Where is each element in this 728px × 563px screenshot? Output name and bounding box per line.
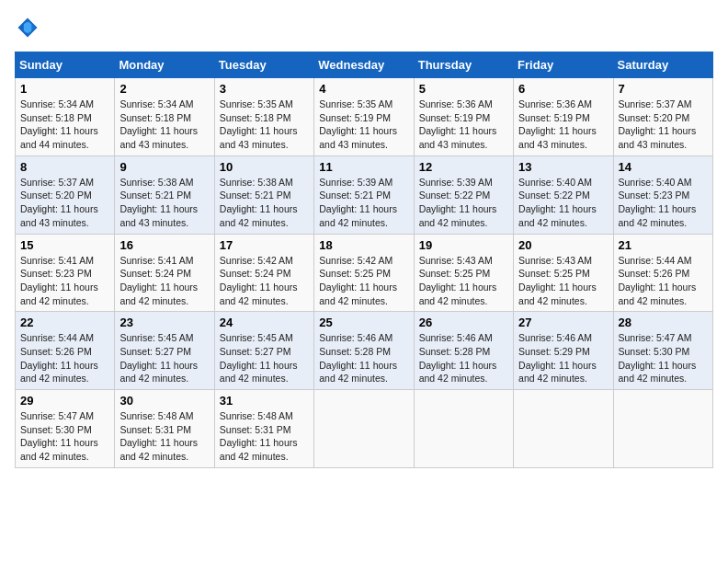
calendar-cell: 15Sunrise: 5:41 AM Sunset: 5:23 PM Dayli… bbox=[16, 234, 115, 312]
calendar-cell: 6Sunrise: 5:36 AM Sunset: 5:19 PM Daylig… bbox=[514, 78, 613, 156]
day-number: 28 bbox=[619, 316, 708, 329]
calendar-cell: 21Sunrise: 5:44 AM Sunset: 5:26 PM Dayli… bbox=[613, 234, 712, 312]
header-row: SundayMondayTuesdayWednesdayThursdayFrid… bbox=[16, 52, 713, 78]
day-number: 25 bbox=[319, 316, 408, 329]
calendar-cell: 20Sunrise: 5:43 AM Sunset: 5:25 PM Dayli… bbox=[514, 234, 613, 312]
day-info: Sunrise: 5:34 AM Sunset: 5:18 PM Dayligh… bbox=[119, 98, 209, 152]
calendar-cell bbox=[613, 390, 712, 468]
column-header-monday: Monday bbox=[115, 52, 214, 78]
calendar-cell: 28Sunrise: 5:47 AM Sunset: 5:30 PM Dayli… bbox=[613, 312, 712, 390]
week-row-5: 29Sunrise: 5:47 AM Sunset: 5:30 PM Dayli… bbox=[16, 390, 713, 468]
week-row-4: 22Sunrise: 5:44 AM Sunset: 5:26 PM Dayli… bbox=[16, 312, 713, 390]
column-header-wednesday: Wednesday bbox=[314, 52, 414, 78]
day-number: 18 bbox=[319, 238, 408, 252]
column-header-thursday: Thursday bbox=[414, 52, 513, 78]
day-number: 2 bbox=[119, 82, 209, 96]
day-number: 21 bbox=[619, 238, 708, 252]
day-number: 30 bbox=[119, 394, 209, 408]
day-info: Sunrise: 5:42 AM Sunset: 5:25 PM Dayligh… bbox=[319, 254, 408, 308]
calendar-cell: 19Sunrise: 5:43 AM Sunset: 5:25 PM Dayli… bbox=[414, 234, 513, 312]
logo-icon bbox=[15, 15, 40, 40]
day-info: Sunrise: 5:46 AM Sunset: 5:28 PM Dayligh… bbox=[419, 331, 508, 385]
calendar-cell: 25Sunrise: 5:46 AM Sunset: 5:28 PM Dayli… bbox=[314, 312, 414, 390]
day-number: 1 bbox=[20, 82, 109, 96]
calendar-cell: 11Sunrise: 5:39 AM Sunset: 5:21 PM Dayli… bbox=[314, 155, 414, 234]
calendar-cell: 18Sunrise: 5:42 AM Sunset: 5:25 PM Dayli… bbox=[314, 234, 414, 312]
day-number: 15 bbox=[20, 238, 109, 252]
calendar-table: SundayMondayTuesdayWednesdayThursdayFrid… bbox=[15, 52, 713, 468]
day-number: 29 bbox=[20, 394, 109, 408]
column-header-saturday: Saturday bbox=[613, 52, 712, 78]
day-info: Sunrise: 5:39 AM Sunset: 5:21 PM Dayligh… bbox=[319, 176, 408, 230]
day-number: 9 bbox=[119, 160, 209, 174]
day-info: Sunrise: 5:35 AM Sunset: 5:18 PM Dayligh… bbox=[220, 98, 309, 152]
calendar-cell: 26Sunrise: 5:46 AM Sunset: 5:28 PM Dayli… bbox=[414, 312, 513, 390]
day-number: 3 bbox=[220, 82, 309, 96]
day-number: 8 bbox=[20, 160, 109, 174]
day-number: 31 bbox=[220, 394, 309, 408]
calendar-cell: 14Sunrise: 5:40 AM Sunset: 5:23 PM Dayli… bbox=[613, 155, 712, 234]
day-number: 6 bbox=[518, 82, 608, 96]
calendar-cell: 17Sunrise: 5:42 AM Sunset: 5:24 PM Dayli… bbox=[214, 234, 313, 312]
calendar-cell: 9Sunrise: 5:38 AM Sunset: 5:21 PM Daylig… bbox=[115, 155, 214, 234]
day-info: Sunrise: 5:40 AM Sunset: 5:23 PM Dayligh… bbox=[619, 176, 708, 230]
calendar-cell: 29Sunrise: 5:47 AM Sunset: 5:30 PM Dayli… bbox=[16, 390, 115, 468]
week-row-1: 1Sunrise: 5:34 AM Sunset: 5:18 PM Daylig… bbox=[16, 78, 713, 156]
logo bbox=[15, 15, 44, 40]
calendar-cell: 12Sunrise: 5:39 AM Sunset: 5:22 PM Dayli… bbox=[414, 155, 513, 234]
day-info: Sunrise: 5:42 AM Sunset: 5:24 PM Dayligh… bbox=[220, 254, 309, 308]
day-number: 4 bbox=[319, 82, 408, 96]
calendar-cell: 3Sunrise: 5:35 AM Sunset: 5:18 PM Daylig… bbox=[214, 78, 313, 156]
day-info: Sunrise: 5:41 AM Sunset: 5:23 PM Dayligh… bbox=[20, 254, 109, 308]
day-info: Sunrise: 5:35 AM Sunset: 5:19 PM Dayligh… bbox=[319, 98, 408, 152]
calendar-cell: 24Sunrise: 5:45 AM Sunset: 5:27 PM Dayli… bbox=[214, 312, 313, 390]
calendar-cell: 27Sunrise: 5:46 AM Sunset: 5:29 PM Dayli… bbox=[514, 312, 613, 390]
day-number: 12 bbox=[419, 160, 508, 174]
day-info: Sunrise: 5:34 AM Sunset: 5:18 PM Dayligh… bbox=[20, 98, 109, 152]
calendar-cell bbox=[314, 390, 414, 468]
calendar-cell: 16Sunrise: 5:41 AM Sunset: 5:24 PM Dayli… bbox=[115, 234, 214, 312]
day-info: Sunrise: 5:38 AM Sunset: 5:21 PM Dayligh… bbox=[220, 176, 309, 230]
day-info: Sunrise: 5:43 AM Sunset: 5:25 PM Dayligh… bbox=[518, 254, 608, 308]
day-number: 16 bbox=[119, 238, 209, 252]
page-header bbox=[15, 15, 713, 40]
day-info: Sunrise: 5:46 AM Sunset: 5:28 PM Dayligh… bbox=[319, 331, 408, 385]
day-number: 13 bbox=[518, 160, 608, 174]
day-number: 20 bbox=[518, 238, 608, 252]
calendar-cell: 30Sunrise: 5:48 AM Sunset: 5:31 PM Dayli… bbox=[115, 390, 214, 468]
day-info: Sunrise: 5:48 AM Sunset: 5:31 PM Dayligh… bbox=[119, 409, 209, 464]
day-info: Sunrise: 5:37 AM Sunset: 5:20 PM Dayligh… bbox=[619, 98, 708, 152]
day-number: 5 bbox=[419, 82, 508, 96]
day-info: Sunrise: 5:44 AM Sunset: 5:26 PM Dayligh… bbox=[20, 331, 109, 385]
day-info: Sunrise: 5:43 AM Sunset: 5:25 PM Dayligh… bbox=[419, 254, 508, 308]
day-info: Sunrise: 5:47 AM Sunset: 5:30 PM Dayligh… bbox=[20, 409, 109, 464]
day-info: Sunrise: 5:36 AM Sunset: 5:19 PM Dayligh… bbox=[518, 98, 608, 152]
day-number: 26 bbox=[419, 316, 508, 329]
calendar-cell: 8Sunrise: 5:37 AM Sunset: 5:20 PM Daylig… bbox=[16, 155, 115, 234]
column-header-friday: Friday bbox=[514, 52, 613, 78]
day-info: Sunrise: 5:45 AM Sunset: 5:27 PM Dayligh… bbox=[220, 331, 309, 385]
day-info: Sunrise: 5:40 AM Sunset: 5:22 PM Dayligh… bbox=[518, 176, 608, 230]
day-number: 22 bbox=[20, 316, 109, 329]
week-row-2: 8Sunrise: 5:37 AM Sunset: 5:20 PM Daylig… bbox=[16, 155, 713, 234]
day-number: 23 bbox=[119, 316, 209, 329]
column-header-sunday: Sunday bbox=[16, 52, 115, 78]
day-number: 17 bbox=[220, 238, 309, 252]
day-info: Sunrise: 5:36 AM Sunset: 5:19 PM Dayligh… bbox=[419, 98, 508, 152]
day-info: Sunrise: 5:37 AM Sunset: 5:20 PM Dayligh… bbox=[20, 176, 109, 230]
calendar-cell: 2Sunrise: 5:34 AM Sunset: 5:18 PM Daylig… bbox=[115, 78, 214, 156]
calendar-cell: 5Sunrise: 5:36 AM Sunset: 5:19 PM Daylig… bbox=[414, 78, 513, 156]
day-number: 24 bbox=[220, 316, 309, 329]
day-info: Sunrise: 5:39 AM Sunset: 5:22 PM Dayligh… bbox=[419, 176, 508, 230]
day-info: Sunrise: 5:48 AM Sunset: 5:31 PM Dayligh… bbox=[220, 409, 309, 464]
calendar-cell: 7Sunrise: 5:37 AM Sunset: 5:20 PM Daylig… bbox=[613, 78, 712, 156]
calendar-cell: 22Sunrise: 5:44 AM Sunset: 5:26 PM Dayli… bbox=[16, 312, 115, 390]
calendar-cell: 13Sunrise: 5:40 AM Sunset: 5:22 PM Dayli… bbox=[514, 155, 613, 234]
day-info: Sunrise: 5:47 AM Sunset: 5:30 PM Dayligh… bbox=[619, 331, 708, 385]
day-info: Sunrise: 5:38 AM Sunset: 5:21 PM Dayligh… bbox=[119, 176, 209, 230]
day-info: Sunrise: 5:45 AM Sunset: 5:27 PM Dayligh… bbox=[119, 331, 209, 385]
day-number: 7 bbox=[619, 82, 708, 96]
day-info: Sunrise: 5:41 AM Sunset: 5:24 PM Dayligh… bbox=[119, 254, 209, 308]
column-header-tuesday: Tuesday bbox=[214, 52, 313, 78]
day-number: 19 bbox=[419, 238, 508, 252]
